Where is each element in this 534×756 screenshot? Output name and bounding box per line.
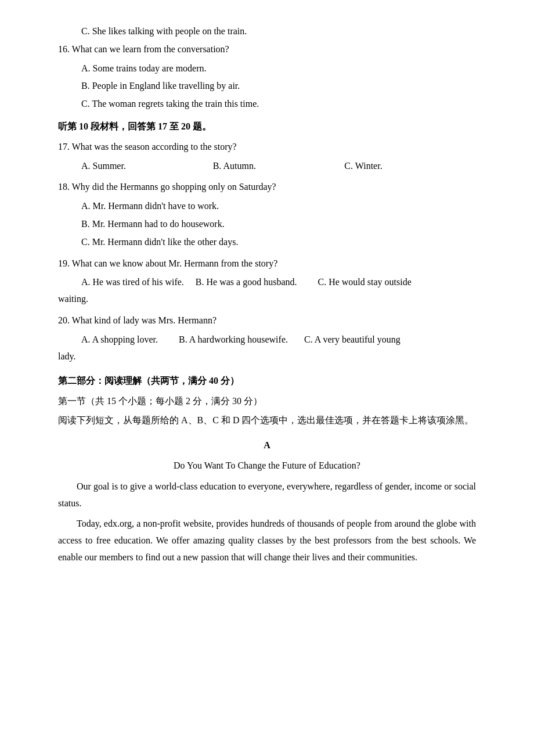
q17-option-a: A. Summer. — [81, 158, 213, 175]
question-18: 18. Why did the Hermanns go shopping onl… — [58, 179, 476, 250]
q17-option-c: C. Winter. — [344, 158, 476, 175]
question-16: 16. What can we learn from the conversat… — [58, 41, 476, 113]
q17-options: A. Summer. B. Autumn. C. Winter. — [81, 158, 476, 175]
passage-a-para1: Our goal is to give a world-class educat… — [58, 478, 476, 512]
instruction-zh: 阅读下列短文，从每题所给的 A、B、C 和 D 四个选项中，选出最佳选项，并在答… — [58, 412, 476, 429]
q18-stem: 18. Why did the Hermanns go shopping onl… — [58, 179, 476, 196]
q16-option-c: C. The woman regrets taking the train th… — [81, 96, 476, 113]
q19-option-a: A. He was tired of his wife. — [81, 277, 184, 287]
q17-option-b: B. Autumn. — [213, 158, 345, 175]
section1-note: 第一节（共 15 个小题；每小题 2 分，满分 30 分） — [58, 393, 476, 410]
q20-option-a: A. A shopping lover. — [81, 334, 158, 344]
q18-option-c: C. Mr. Hermann didn't like the other day… — [81, 234, 476, 251]
q16-stem: 16. What can we learn from the conversat… — [58, 41, 476, 58]
question-17: 17. What was the season according to the… — [58, 139, 476, 175]
q19-continuation: waiting. — [58, 291, 476, 308]
part2-header: 第二部分：阅读理解（共两节，满分 40 分） — [58, 373, 476, 390]
q17-stem: 17. What was the season according to the… — [58, 139, 476, 156]
q20-option-c: C. A very beautiful young — [304, 334, 400, 344]
question-20: 20. What kind of lady was Mrs. Hermann? … — [58, 312, 476, 365]
q20-stem: 20. What kind of lady was Mrs. Hermann? — [58, 312, 476, 329]
q19-option-c: C. He would stay outside — [317, 277, 411, 287]
q19-stem: 19. What can we know about Mr. Hermann f… — [58, 255, 476, 272]
q18-option-b: B. Mr. Hermann had to do housework. — [81, 216, 476, 233]
q19-option-b: B. He was a good husband. — [196, 277, 297, 287]
passage-a-para2: Today, edx.org, a non-profit website, pr… — [58, 516, 476, 566]
question-19: 19. What can we know about Mr. Hermann f… — [58, 255, 476, 308]
q18-option-a: A. Mr. Hermann didn't have to work. — [81, 198, 476, 215]
q19-options-row: A. He was tired of his wife. B. He was a… — [81, 274, 476, 291]
q16-option-a: A. Some trains today are modern. — [81, 60, 476, 77]
q20-continuation: lady. — [58, 348, 476, 365]
passage-a-title: Do You Want To Change the Future of Educ… — [58, 458, 476, 474]
option-c-prev: C. She likes talking with people on the … — [81, 23, 476, 40]
q16-option-b: B. People in England like travelling by … — [81, 78, 476, 95]
q20-options-row: A. A shopping lover. B. A hardworking ho… — [81, 332, 476, 348]
q20-option-b: B. A hardworking housewife. — [179, 334, 288, 344]
section10-header: 听第 10 段材料，回答第 17 至 20 题。 — [58, 118, 476, 135]
page: C. She likes talking with people on the … — [0, 0, 534, 756]
passage-a-label: A — [58, 437, 476, 454]
